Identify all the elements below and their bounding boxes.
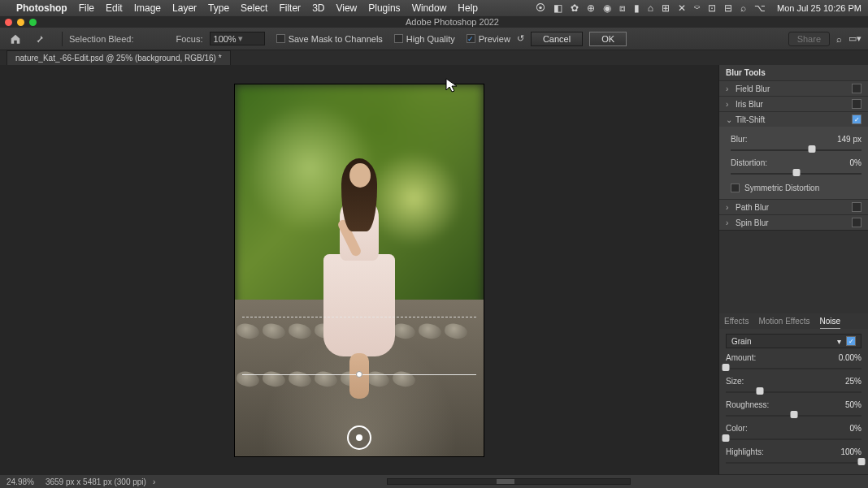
blur-tools-title: Blur Tools xyxy=(719,65,868,80)
preview-label: Preview xyxy=(479,34,510,44)
symmetric-distortion-row[interactable]: Symmetric Distortion xyxy=(731,184,861,192)
tilt-shift-checkbox[interactable] xyxy=(852,114,861,124)
blur-amount-slider[interactable] xyxy=(731,145,861,153)
wifi-icon[interactable]: ⌔ xyxy=(694,2,700,14)
menu-image[interactable]: Image xyxy=(134,2,161,14)
sys-icon[interactable]: ▮ xyxy=(634,2,640,14)
focus-value[interactable]: 100% xyxy=(214,34,237,44)
chevron-right-icon[interactable]: › xyxy=(726,203,736,212)
tilt-shift-item[interactable]: ⌄ Tilt-Shift xyxy=(719,111,868,127)
chevron-down-icon[interactable]: ⌄ xyxy=(726,115,736,124)
tiltshift-handle[interactable] xyxy=(356,371,362,378)
control-center-icon[interactable]: ⌥ xyxy=(754,2,766,14)
spin-blur-item[interactable]: › Spin Blur xyxy=(719,214,868,230)
size-slider[interactable] xyxy=(726,387,861,395)
menubar-clock[interactable]: Mon Jul 25 10:26 PM xyxy=(777,3,861,13)
sys-icon[interactable]: ⦿ xyxy=(536,2,545,14)
menu-type[interactable]: Type xyxy=(208,2,229,14)
distortion-value[interactable]: 0% xyxy=(850,158,861,167)
preview-checkbox[interactable] xyxy=(467,34,475,43)
roughness-label: Roughness: xyxy=(726,400,845,409)
path-blur-item[interactable]: › Path Blur xyxy=(719,199,868,214)
reset-icon[interactable]: ↺ xyxy=(517,33,524,44)
document-dimensions[interactable]: 3659 px x 5481 px (300 ppi) xyxy=(46,477,146,486)
tab-effects[interactable]: Effects xyxy=(724,317,749,329)
home-icon[interactable] xyxy=(7,31,24,47)
field-blur-checkbox[interactable] xyxy=(852,84,861,93)
sys-icon[interactable]: ✿ xyxy=(571,2,579,14)
menu-filter[interactable]: Filter xyxy=(279,2,301,14)
sys-icon[interactable]: ⊡ xyxy=(708,2,716,14)
focus-label: Focus: xyxy=(176,34,203,44)
document-canvas[interactable] xyxy=(235,84,484,456)
highlights-value[interactable]: 100% xyxy=(840,447,861,456)
minimize-window-icon[interactable] xyxy=(17,19,24,26)
size-value[interactable]: 25% xyxy=(845,377,861,386)
high-quality-checkbox[interactable] xyxy=(394,34,403,43)
grain-select[interactable]: Grain ▾ xyxy=(726,334,861,348)
color-value[interactable]: 0% xyxy=(850,424,861,433)
spin-blur-checkbox[interactable] xyxy=(852,218,861,227)
zoom-window-icon[interactable] xyxy=(29,19,37,26)
tab-noise[interactable]: Noise xyxy=(820,317,841,329)
menu-window[interactable]: Window xyxy=(412,2,447,14)
chevron-right-icon[interactable]: › xyxy=(726,84,736,93)
close-window-icon[interactable] xyxy=(5,19,12,26)
high-quality-label: High Quality xyxy=(406,34,455,44)
menu-view[interactable]: View xyxy=(336,2,357,14)
menu-layer[interactable]: Layer xyxy=(172,2,197,14)
tab-motion-effects[interactable]: Motion Effects xyxy=(758,317,809,329)
highlights-slider[interactable] xyxy=(726,458,861,466)
distortion-slider[interactable] xyxy=(731,169,861,177)
menu-edit[interactable]: Edit xyxy=(106,2,123,14)
selection-bleed-label: Selection Bleed: xyxy=(69,34,134,44)
sys-icon[interactable]: ◧ xyxy=(553,2,562,14)
app-name[interactable]: Photoshop xyxy=(16,2,67,14)
horizontal-scrollbar[interactable] xyxy=(387,478,631,485)
pin-tool-icon[interactable] xyxy=(31,31,49,47)
menu-file[interactable]: File xyxy=(79,2,94,14)
search-icon[interactable]: ⌕ xyxy=(740,2,746,14)
ok-button[interactable]: OK xyxy=(589,32,627,46)
tilt-shift-controls: Blur: 149 px Distortion: 0% Symmetric Di… xyxy=(719,127,868,199)
menu-help[interactable]: Help xyxy=(458,2,478,14)
menu-3d[interactable]: 3D xyxy=(312,2,324,14)
sys-icon[interactable]: ⊕ xyxy=(587,2,595,14)
cancel-button[interactable]: Cancel xyxy=(531,32,583,46)
iris-blur-checkbox[interactable] xyxy=(852,99,861,109)
roughness-value[interactable]: 50% xyxy=(845,400,861,409)
amount-label: Amount: xyxy=(726,353,839,362)
search-icon[interactable]: ⌕ xyxy=(836,34,842,44)
path-blur-checkbox[interactable] xyxy=(852,202,861,212)
chevron-right-icon[interactable]: › xyxy=(726,218,736,227)
blur-amount-value[interactable]: 149 px xyxy=(837,135,861,144)
tiltshift-guide-dashed[interactable] xyxy=(242,317,476,317)
grain-checkbox[interactable] xyxy=(846,336,856,346)
sys-icon[interactable]: ✕ xyxy=(678,2,686,14)
document-tab[interactable]: nature_Kat_-66-Edit.psd @ 25% (backgroun… xyxy=(7,50,231,65)
symmetric-distortion-checkbox[interactable] xyxy=(731,184,740,192)
chevron-right-icon[interactable]: › xyxy=(726,100,736,109)
sys-icon[interactable]: ⊟ xyxy=(724,2,732,14)
menu-plugins[interactable]: Plugins xyxy=(368,2,400,14)
tiltshift-pin[interactable] xyxy=(347,425,371,450)
amount-slider[interactable] xyxy=(726,364,861,372)
canvas-area[interactable] xyxy=(0,65,718,475)
chevron-down-icon[interactable]: ▾ xyxy=(837,337,841,346)
iris-blur-item[interactable]: › Iris Blur xyxy=(719,96,868,111)
grain-label: Grain xyxy=(731,337,832,346)
sys-icon[interactable]: ⌂ xyxy=(648,2,653,14)
save-mask-checkbox[interactable] xyxy=(276,34,285,43)
chevron-down-icon[interactable]: ▾ xyxy=(238,33,261,44)
roughness-slider[interactable] xyxy=(726,411,861,419)
menu-select[interactable]: Select xyxy=(241,2,267,14)
sys-icon[interactable]: ◉ xyxy=(603,2,611,14)
color-slider[interactable] xyxy=(726,434,861,443)
focus-input[interactable]: 100% ▾ xyxy=(210,32,265,45)
amount-value[interactable]: 0.00% xyxy=(839,353,861,362)
field-blur-item[interactable]: › Field Blur xyxy=(719,80,868,96)
zoom-level[interactable]: 24.98% xyxy=(7,477,34,486)
sys-icon[interactable]: ⧈ xyxy=(619,2,626,14)
workspace-switcher-icon[interactable]: ▭▾ xyxy=(848,33,861,44)
sys-icon[interactable]: ⊞ xyxy=(662,2,670,14)
